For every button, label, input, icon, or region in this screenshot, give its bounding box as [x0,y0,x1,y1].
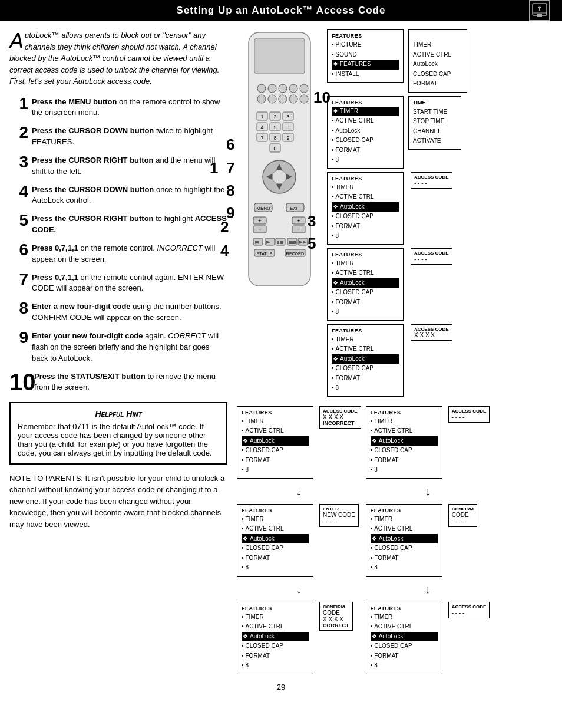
cd-8: • 8 [371,563,438,573]
en-autolock: ❖ AutoLock [242,534,309,544]
ac-box-incorrect: ACCESS CODE X X X X INCORRECT [319,406,361,429]
al2-8: • 8 [332,307,399,317]
ft-closed-cap: • CLOSED CAP [332,136,399,146]
svg-rect-65 [289,241,296,244]
ar1-format: • FORMAT [371,456,438,466]
ft-active-ctrl: • ACTIVE CTRL [332,116,399,126]
ac-box-right-1: ACCESS CODE - - - - [448,406,490,423]
svg-point-16 [289,95,297,103]
svg-point-12 [300,84,308,93]
intro-text: A utoLock™ allows parents to block out o… [9,29,227,87]
step-badge-8: 8 [226,182,234,200]
cd-timer: • TIMER [371,515,438,525]
svg-rect-63 [280,241,283,244]
ar1-timer: • TIMER [371,417,438,427]
svg-point-10 [279,84,287,93]
intro-body: utoLock™ allows parents to block out or … [9,31,219,85]
cc-closed-cap: • CLOSED CAP [242,641,309,651]
inc-active-ctrl: • ACTIVE CTRL [242,426,309,436]
cd-format: • FORMAT [371,554,438,564]
cc-ac-val: CODE [323,610,349,616]
header-title: Setting Up an AutoLock™ Access Code [177,5,386,17]
inc-ac-label: ACCESS CODE [323,409,358,414]
step-text-7: Press 0,7,1,1 on the remote control agai… [32,271,227,295]
ar1-ac-label: ACCESS CODE [452,409,487,414]
left-column: A utoLock™ allows parents to block out o… [9,29,227,674]
step-num-1: 1 [9,95,28,112]
arrow-down-3: ↓ [366,485,490,498]
al-panel-2: FEATURES • TIMER • ACTIVE CTRL ❖ AutoLoc… [327,248,404,321]
svg-point-9 [268,84,276,93]
al1-format: • FORMAT [332,222,399,232]
ac-val-3: X X X X [414,332,449,338]
ac-right-1-panel: FEATURES • TIMER • ACTIVE CTRL ❖ AutoLoc… [366,406,442,479]
step-num-2: 2 [9,124,28,141]
ft-timer: ❖ TIMER [332,107,399,117]
confirm-correct-row: FEATURES • TIMER • ACTIVE CTRL ❖ AutoLoc… [237,602,361,674]
ts-start: START TIME [413,107,457,117]
cd-title: FEATURES [371,508,438,513]
step-badge-1: 1 [210,159,218,177]
cc-format: • FORMAT [242,651,309,661]
ts-stop: STOP TIME [413,117,457,127]
svg-text:6: 6 [286,124,289,130]
step-badge-10: 10 [313,88,330,107]
step-num-4: 4 [9,183,28,200]
drop-cap: A [9,31,24,52]
step-5: 5 Press the CURSOR RIGHT button to highl… [9,212,227,236]
mi-install: • INSTALL [332,70,399,80]
timer-sub-title: TIME [413,100,457,106]
svg-point-11 [289,84,297,93]
step-2: 2 Press the CURSOR DOWN button twice to … [9,124,227,148]
final-ac-row: FEATURES • TIMER • ACTIVE CTRL ❖ AutoLoc… [366,602,490,674]
step-9: 9 Enter your new four-digit code again. … [9,330,227,364]
ft-autolock: • AutoLock [332,126,399,136]
en-format: • FORMAT [242,554,309,564]
cd-ac-label: CONFIRM [452,506,474,512]
inc-format: • FORMAT [242,456,309,466]
main-menu-title: FEATURES [332,33,399,39]
step-badge-2-left: 2 [220,218,229,236]
ar1-ac-val: - - - - [452,414,487,420]
incorrect-label: INCORRECT [323,420,358,426]
svg-text:5: 5 [273,124,276,130]
svg-text:2: 2 [273,114,276,120]
mi-picture: • PICTURE [332,40,399,50]
cc-xxxx: X X X X [323,616,349,622]
enter-new-row: FEATURES • TIMER • ACTIVE CTRL ❖ AutoLoc… [237,504,361,577]
svg-text:EXIT: EXIT [290,206,300,211]
fa-8: • 8 [371,661,438,671]
al3-active-ctrl: • ACTIVE CTRL [332,344,399,354]
step-3: 3 Press the CURSOR RIGHT button and the … [9,154,227,177]
page-number: 29 [0,683,562,691]
step-num-8: 8 [9,300,28,317]
svg-text:−: − [297,227,300,233]
al-panel-3: FEATURES • TIMER • ACTIVE CTRL ❖ AutoLoc… [327,324,404,397]
step-badge-7: 7 [226,159,234,177]
ft-8: • 8 [332,155,399,165]
step-1: 1 Press the MENU button on the remote co… [9,95,227,119]
svg-text:+: + [258,218,261,224]
ac-label-2: ACCESS CODE [414,251,449,256]
ac-box-confirm-dashes: CONFIRM CODE - - - - [448,504,477,527]
ft-title: FEATURES [332,100,399,106]
ar1-closed-cap: • CLOSED CAP [371,446,438,456]
cd-closed-cap: • CLOSED CAP [371,543,438,554]
fa-active-ctrl: • ACTIVE CTRL [371,622,438,632]
sub-format: FORMAT [413,79,462,89]
step-badge-5-right: 5 [308,235,316,253]
cd-active-ctrl: • ACTIVE CTRL [371,524,438,534]
step-4: 4 Press the CURSOR DOWN button once to h… [9,183,227,207]
inc-ac-val: X X X X [323,414,358,420]
cd-dashes: - - - - [452,518,474,525]
step-num-3: 3 [9,154,28,170]
inc-title: FEATURES [242,410,309,416]
inc-closed-cap: • CLOSED CAP [242,446,309,456]
svg-text:3: 3 [286,114,289,120]
inc-8: • 8 [242,465,309,475]
menu-row-5: FEATURES • TIMER • ACTIVE CTRL ❖ AutoLoc… [327,324,467,397]
features-submenu-panel: TIMER ACTIVE CTRL AutoLock CLOSED CAP FO… [408,29,467,93]
al3-8: • 8 [332,383,399,393]
svg-text:1: 1 [260,114,263,120]
steps-list: 1 Press the MENU button on the remote co… [9,95,227,394]
